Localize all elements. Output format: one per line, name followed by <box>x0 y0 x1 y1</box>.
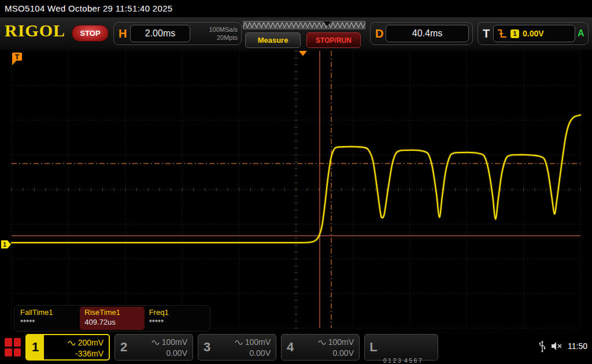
channel1-tag-number: 1 <box>3 242 6 248</box>
channel4-scale: 100mV <box>328 337 354 348</box>
trigger-source-badge: 1 <box>510 29 519 38</box>
delay-label: D <box>375 27 383 40</box>
acquisition-info: 100MSa/s 20Mpts <box>193 25 238 42</box>
waveform-coupling-icon <box>151 340 160 346</box>
trigger-position-marker[interactable] <box>299 51 307 56</box>
channel1-offset: -336mV <box>44 348 103 359</box>
usb-icon <box>539 340 546 352</box>
channel1-values: 200mV -336mV <box>44 335 109 359</box>
channel4-offset: 0.00V <box>299 348 354 359</box>
channel2-offset: 0.00V <box>132 348 187 359</box>
horizontal-label: H <box>119 27 127 40</box>
header-bar: RIGOL STOP H 2.00ms 100MSa/s 20Mpts Meas… <box>0 17 592 50</box>
measurement-value: 409.72us <box>84 318 139 326</box>
oscilloscope-screen: MSO5104 Wed October 29 11:51:40 2025 RIG… <box>0 0 592 364</box>
measurement-name: RiseTime1 <box>84 308 139 317</box>
channel3-values: 100mV 0.00V <box>216 335 276 360</box>
delay-settings-group[interactable]: D 40.4ms <box>370 22 473 45</box>
memory-position-bar[interactable] <box>243 21 365 29</box>
falling-edge-icon <box>497 28 507 39</box>
sample-rate: 100MSa/s <box>193 25 238 34</box>
timebase-value[interactable]: 2.00ms <box>130 25 190 42</box>
measurement-risetime[interactable]: RiseTime1 409.72us <box>80 307 144 330</box>
stop-run-button[interactable]: STOP/RUN <box>306 32 361 48</box>
channel4-number: 4 <box>282 335 299 360</box>
channel1-scale: 200mV <box>78 337 103 348</box>
speaker-mute-icon[interactable] <box>550 340 563 352</box>
channel3-number: 3 <box>198 335 216 360</box>
channel2-number: 2 <box>115 335 132 360</box>
status-clock: 11:50 <box>568 341 587 351</box>
trigger-level-flag[interactable]: T <box>12 53 22 65</box>
logic-label: L <box>365 335 382 360</box>
channel3-offset: 0.00V <box>216 348 271 359</box>
channel2-scale: 100mV <box>162 337 187 348</box>
channel-status-bar: 1 200mV -336mV 2 100mV <box>0 332 592 364</box>
waveform-coupling-icon <box>235 340 243 346</box>
graticule-grid <box>12 51 580 328</box>
trigger-level-value: 0.00V <box>523 29 544 38</box>
channel3-scale: 100mV <box>245 337 271 348</box>
waveform-coupling-icon <box>68 340 76 346</box>
channel1-box[interactable]: 1 200mV -336mV <box>25 334 110 361</box>
channel4-box[interactable]: 4 100mV 0.00V <box>281 334 360 361</box>
measurement-name: FallTime1 <box>20 308 75 317</box>
measurement-value: ***** <box>149 318 204 326</box>
trigger-flag-letter: T <box>15 53 20 61</box>
rigol-logo: RIGOL <box>5 21 65 40</box>
trigger-info-box[interactable]: 1 0.00V <box>493 25 575 42</box>
measurement-falltime[interactable]: FallTime1 ***** <box>16 307 80 330</box>
measure-button[interactable]: Measure <box>245 32 301 48</box>
run-state-badge: STOP <box>72 25 109 42</box>
channel1-position-tag[interactable]: 1 <box>1 240 11 248</box>
channel4-values: 100mV 0.00V <box>299 335 359 360</box>
trigger-label: T <box>483 27 490 40</box>
logic-row-0-7: 0 1 2 3 4 5 6 7 <box>383 356 434 364</box>
channel1-number: 1 <box>27 335 44 359</box>
measurement-value: ***** <box>20 318 75 326</box>
delay-value[interactable]: 40.4ms <box>386 25 469 42</box>
horizontal-settings-group[interactable]: H 2.00ms 100MSa/s 20Mpts <box>113 22 242 45</box>
channel2-values: 100mV 0.00V <box>132 335 193 360</box>
model-and-datetime: MSO5104 Wed October 29 11:51:40 2025 <box>0 0 592 17</box>
menu-grid-icon[interactable] <box>5 338 21 356</box>
memory-depth: 20Mpts <box>193 34 238 42</box>
scope-canvas[interactable]: T 1 <box>0 50 592 332</box>
logic-channels-box[interactable]: L 0 1 2 3 4 5 6 7 8 9 1011 12131415 <box>364 334 438 361</box>
status-tray: 11:50 <box>539 340 587 352</box>
trigger-settings-group[interactable]: T 1 0.00V A <box>478 22 589 45</box>
measurement-name: Freq1 <box>149 308 204 317</box>
channel2-box[interactable]: 2 100mV 0.00V <box>114 334 193 361</box>
trigger-sweep-mode: A <box>578 28 584 39</box>
logic-digit-rows: 0 1 2 3 4 5 6 7 8 9 1011 12131415 <box>382 335 438 360</box>
channel3-box[interactable]: 3 100mV 0.00V <box>198 334 276 361</box>
graticule-area[interactable]: T 1 FallTime1 ***** RiseTime1 409.72us F… <box>0 50 592 332</box>
waveform-coupling-icon <box>318 340 326 346</box>
measurement-panel: FallTime1 ***** RiseTime1 409.72us Freq1… <box>14 305 210 332</box>
measurement-freq[interactable]: Freq1 ***** <box>145 307 209 330</box>
